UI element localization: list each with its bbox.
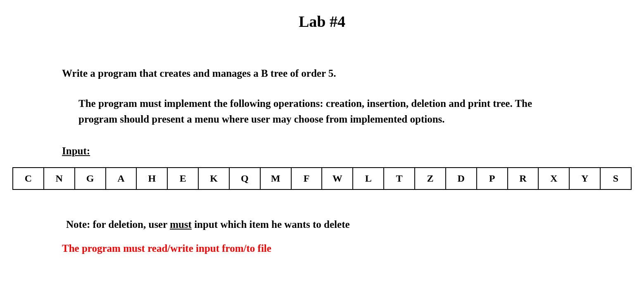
input-cell: P [477,168,508,189]
intro-text: Write a program that creates and manages… [62,68,632,79]
description-text: The program must implement the following… [78,96,557,127]
input-cell: X [538,168,569,189]
input-cell: G [75,168,106,189]
page-title: Lab #4 [12,12,632,31]
input-cell: S [600,168,631,189]
input-cell: T [384,168,415,189]
input-cell: A [106,168,137,189]
input-cell: Y [569,168,600,189]
input-row: C N G A H E K Q M F W L T Z D P R X Y S [13,168,631,189]
input-table: C N G A H E K Q M F W L T Z D P R X Y S [12,167,632,190]
input-cell: K [198,168,229,189]
input-cell: F [291,168,322,189]
input-cell: H [136,168,167,189]
note-text: Note: for deletion, user must input whic… [66,219,632,230]
input-cell: D [446,168,477,189]
input-cell: C [13,168,44,189]
input-cell: M [260,168,291,189]
note-prefix: Note: for deletion, user [66,219,170,230]
input-cell: L [353,168,384,189]
file-requirement-text: The program must read/write input from/t… [62,243,632,254]
note-underlined: must [170,219,192,230]
input-cell: N [44,168,75,189]
input-cell: Z [415,168,446,189]
input-cell: E [167,168,198,189]
note-suffix: input which item he wants to delete [192,219,350,230]
input-cell: W [322,168,353,189]
input-cell: Q [229,168,260,189]
input-cell: R [508,168,539,189]
input-label: Input: [62,145,632,157]
